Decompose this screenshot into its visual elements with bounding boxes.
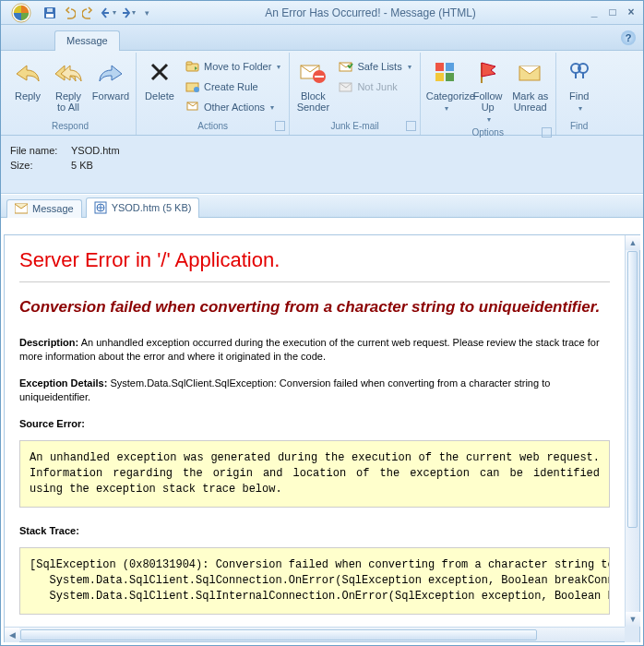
ribbon: Reply Reply to All Forward Respond Delet… [1, 51, 643, 136]
horizontal-scroll-thumb[interactable] [20, 629, 537, 640]
svg-rect-16 [435, 73, 444, 81]
junk-dialog-launcher[interactable] [406, 121, 416, 131]
tab-message[interactable]: Message [54, 30, 120, 51]
find-button[interactable]: Find▾ [560, 54, 599, 115]
group-junk-label: Junk E-mail [330, 121, 378, 131]
redo-icon[interactable] [80, 5, 97, 21]
svg-rect-14 [435, 63, 444, 71]
error-divider [19, 281, 610, 282]
source-error-box: An unhandled exception was generated dur… [19, 440, 610, 508]
filename-label: File name: [10, 143, 66, 158]
svg-rect-15 [446, 63, 454, 71]
folder-move-icon [185, 59, 200, 74]
error-exception-details: Exception Details: System.Data.SqlClient… [19, 377, 610, 404]
group-actions-label: Actions [197, 121, 228, 131]
move-to-folder-button[interactable]: Move to Folder▾ [181, 56, 285, 77]
create-rule-button[interactable]: Create Rule [181, 77, 285, 97]
qat-customize-icon[interactable]: ▾ [138, 5, 155, 21]
attachment-tabs: Message YSOD.htm (5 KB) [1, 194, 643, 218]
safe-lists-icon [339, 59, 353, 74]
not-junk-icon [339, 79, 353, 94]
close-button[interactable]: × [623, 6, 639, 19]
maximize-button[interactable]: □ [604, 6, 621, 19]
categorize-button[interactable]: Categorize▾ [424, 54, 467, 115]
group-junk: Block Sender Safe Lists▾ Not Junk Junk E… [290, 53, 420, 135]
svg-point-7 [194, 87, 199, 92]
next-item-icon[interactable]: ▾ [119, 5, 136, 21]
create-rule-icon [185, 79, 200, 94]
size-label: Size: [10, 158, 66, 173]
safe-lists-button[interactable]: Safe Lists▾ [334, 56, 415, 77]
titlebar: ▾ ▾ ▾ An Error Has Occurred! - Message (… [1, 1, 643, 25]
scroll-corner [625, 627, 639, 641]
horizontal-scrollbar[interactable]: ◀ ▶ [5, 627, 639, 641]
attachment-info: File name:YSOD.htm Size:5 KB [1, 136, 643, 194]
save-icon[interactable] [42, 5, 58, 21]
group-options: Categorize▾ Follow Up▾ Mark as Unread Op… [421, 53, 556, 135]
preview-pane: Server Error in '/' Application. Convers… [4, 234, 640, 642]
undo-icon[interactable] [61, 5, 78, 21]
svg-rect-3 [47, 8, 53, 12]
delete-button[interactable]: Delete [140, 54, 179, 112]
size-value: 5 KB [71, 158, 93, 173]
reply-button[interactable]: Reply [8, 54, 47, 112]
block-sender-button[interactable]: Block Sender [293, 54, 332, 114]
scroll-down-icon[interactable]: ▼ [626, 612, 640, 627]
group-find: Find▾ Find [556, 53, 602, 135]
envelope-icon [15, 203, 28, 214]
mark-unread-button[interactable]: Mark as Unread [509, 54, 552, 114]
source-error-label: Source Error: [19, 417, 610, 431]
minimize-button[interactable]: _ [586, 6, 602, 19]
tab-message-body[interactable]: Message [6, 199, 82, 218]
options-dialog-launcher[interactable] [542, 127, 552, 138]
follow-up-button[interactable]: Follow Up▾ [469, 54, 507, 126]
error-title: Server Error in '/' Application. [19, 248, 610, 272]
scroll-left-icon[interactable]: ◀ [5, 628, 19, 642]
error-subtitle: Conversion failed when converting from a… [19, 297, 610, 317]
window-title: An Error Has Occurred! - Message (HTML) [155, 6, 586, 19]
not-junk-button: Not Junk [334, 77, 415, 97]
group-options-label: Options [471, 127, 503, 138]
reply-all-button[interactable]: Reply to All [49, 54, 88, 114]
office-button[interactable] [5, 3, 38, 23]
group-respond-label: Respond [8, 120, 132, 135]
svg-rect-2 [46, 14, 54, 18]
svg-rect-5 [186, 62, 192, 65]
quick-access-toolbar: ▾ ▾ ▾ [42, 5, 155, 21]
ribbon-tabs: Message ? [1, 25, 643, 51]
vertical-scrollbar[interactable]: ▲ ▼ [625, 235, 639, 627]
vertical-scroll-thumb[interactable] [627, 251, 638, 528]
group-find-label: Find [560, 120, 599, 135]
prev-item-icon[interactable]: ▾ [100, 5, 116, 21]
other-actions-button[interactable]: Other Actions▾ [181, 97, 285, 117]
tab-attachment[interactable]: YSOD.htm (5 KB) [86, 197, 200, 218]
other-actions-icon [185, 100, 200, 114]
html-file-icon [94, 201, 107, 214]
error-page: Server Error in '/' Application. Convers… [5, 235, 625, 627]
help-icon[interactable]: ? [621, 30, 636, 45]
forward-button[interactable]: Forward [89, 54, 132, 112]
scroll-up-icon[interactable]: ▲ [626, 235, 640, 250]
stack-trace-box: [SqlException (0x80131904): Conversion f… [19, 547, 610, 615]
svg-rect-17 [446, 73, 454, 81]
window-controls: _ □ × [586, 6, 639, 19]
group-actions: Delete Move to Folder▾ Create Rule Other… [137, 53, 290, 135]
stack-trace-label: Stack Trace: [19, 524, 610, 538]
error-description: Description: An unhandled exception occu… [19, 336, 610, 364]
actions-dialog-launcher[interactable] [275, 121, 285, 131]
svg-rect-11 [315, 76, 324, 78]
filename-value: YSOD.htm [71, 143, 120, 158]
group-respond: Reply Reply to All Forward Respond [5, 53, 137, 135]
